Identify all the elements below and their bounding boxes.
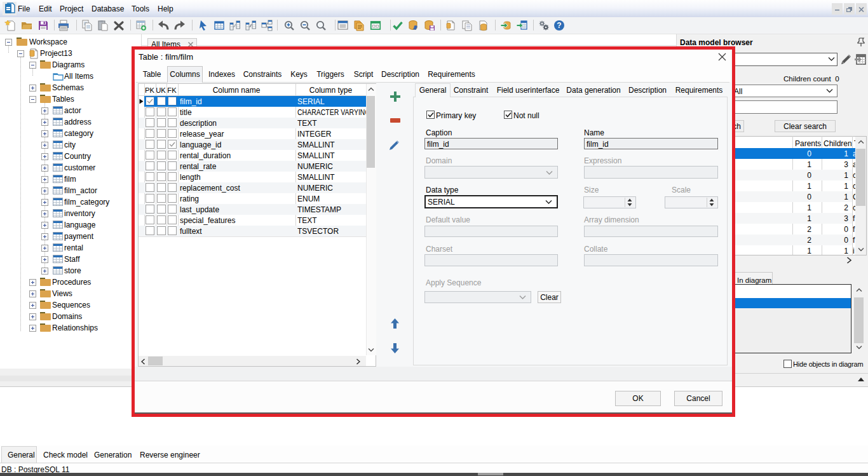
svg-text:?: ? bbox=[557, 21, 561, 30]
